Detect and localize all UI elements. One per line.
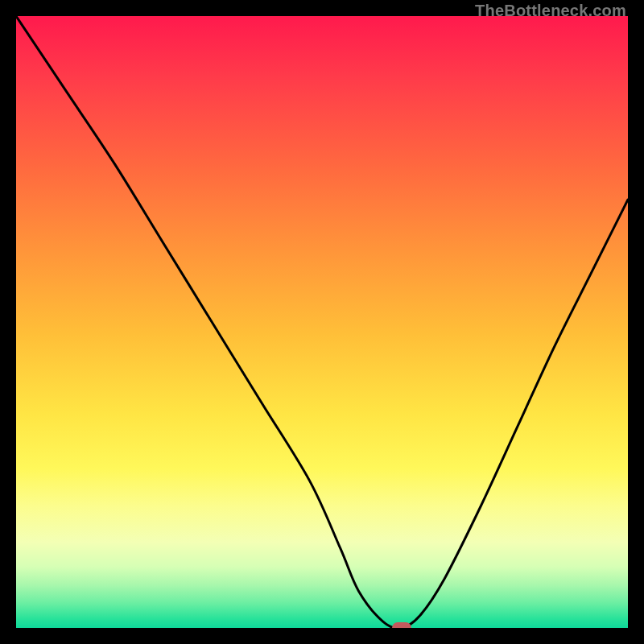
plot-area: [16, 16, 628, 628]
bottleneck-curve: [16, 16, 628, 628]
chart-frame: TheBottleneck.com: [0, 0, 644, 644]
optimal-point-marker: [392, 622, 411, 628]
